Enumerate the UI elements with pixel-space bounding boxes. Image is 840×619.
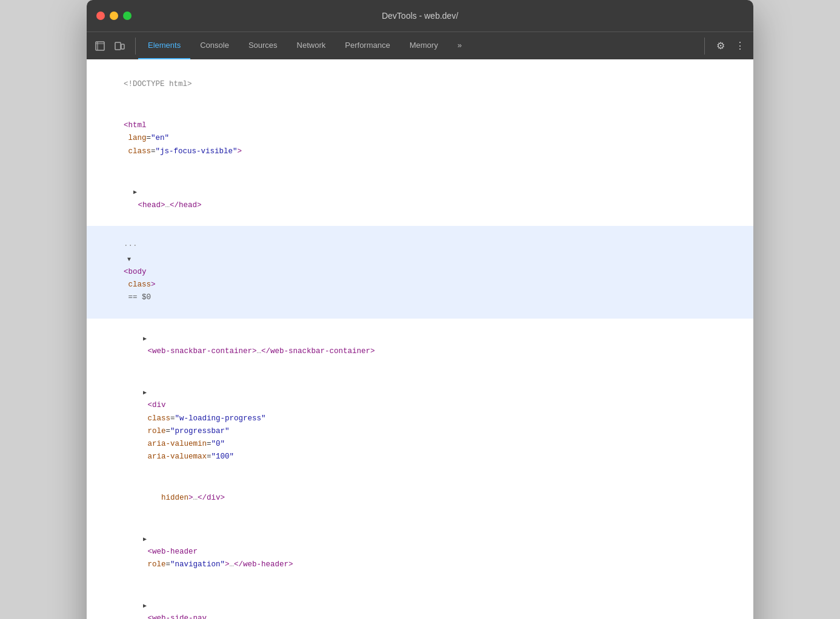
title-bar: DevTools - web.dev/: [87, 0, 753, 31]
dom-tree-panel: <!DOCTYPE html> <html lang="en" class="j…: [87, 59, 753, 619]
dom-line-head[interactable]: ▶ <head>…</head>: [87, 172, 753, 226]
svg-rect-0: [96, 42, 104, 50]
inspect-element-button[interactable]: [92, 38, 108, 55]
toolbar-icons: [92, 38, 136, 55]
tab-console[interactable]: Console: [190, 32, 239, 59]
more-options-button[interactable]: ⋮: [732, 38, 748, 55]
traffic-lights: [96, 12, 132, 20]
close-button[interactable]: [96, 12, 105, 20]
svg-rect-3: [115, 42, 121, 50]
dom-line-header[interactable]: ▶ <web-header role="navigation">…</web-h…: [87, 519, 753, 586]
dom-line-sidenav[interactable]: ▶ <web-side-nav class aria-hidden="true"…: [87, 586, 753, 619]
tab-elements[interactable]: Elements: [138, 32, 190, 59]
tab-network[interactable]: Network: [287, 32, 336, 59]
dom-line-loading-1[interactable]: ▶ <div class="w-loading-progress" role="…: [87, 372, 753, 478]
tab-memory[interactable]: Memory: [400, 32, 448, 59]
tab-sources[interactable]: Sources: [239, 32, 287, 59]
toolbar-right: ⚙ ⋮: [704, 38, 748, 55]
device-toolbar-button[interactable]: [111, 38, 128, 55]
inspect-icon: [95, 41, 105, 51]
svg-rect-4: [121, 44, 124, 49]
dom-line-body[interactable]: ··· ▼ <body class> == $0: [87, 226, 753, 319]
settings-button[interactable]: ⚙: [712, 38, 729, 55]
tab-performance[interactable]: Performance: [335, 32, 399, 59]
devtools-window: DevTools - web.dev/ Elements: [87, 0, 753, 619]
dom-line-html-open[interactable]: <html lang="en" class="js-focus-visible"…: [87, 105, 753, 172]
main-tabs: Elements Console Sources Network Perform…: [138, 32, 702, 59]
device-icon: [114, 41, 125, 51]
devtools-toolbar: Elements Console Sources Network Perform…: [87, 31, 753, 59]
maximize-button[interactable]: [123, 12, 132, 20]
dom-line-loading-2[interactable]: hidden>…</div>: [87, 478, 753, 519]
dom-line-doctype[interactable]: <!DOCTYPE html>: [87, 64, 753, 105]
dom-line-snackbar[interactable]: ▶ <web-snackbar-container>…</web-snackba…: [87, 319, 753, 372]
tab-more[interactable]: »: [448, 32, 472, 59]
window-title: DevTools - web.dev/: [382, 11, 458, 21]
minimize-button[interactable]: [110, 12, 118, 20]
